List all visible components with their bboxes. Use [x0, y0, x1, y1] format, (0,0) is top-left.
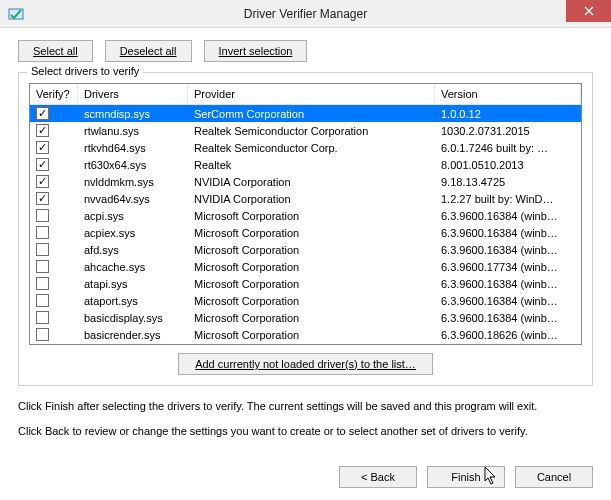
- table-row[interactable]: ✓nvvad64v.sysNVIDIA Corporation1.2.27 bu…: [30, 190, 581, 207]
- column-provider[interactable]: Provider: [188, 84, 435, 104]
- table-row[interactable]: ataport.sysMicrosoft Corporation6.3.9600…: [30, 292, 581, 309]
- table-row[interactable]: beep.sysMicrosoft Corporation6.3.9600.16…: [30, 343, 581, 344]
- titlebar[interactable]: Driver Verifier Manager: [0, 0, 611, 28]
- driver-cell: scmndisp.sys: [78, 108, 188, 120]
- verify-cell[interactable]: ✓: [30, 175, 78, 188]
- version-cell: 1.2.27 built by: WinD…: [435, 193, 581, 205]
- provider-cell: Microsoft Corporation: [188, 312, 435, 324]
- provider-cell: NVIDIA Corporation: [188, 176, 435, 188]
- app-icon: [8, 6, 24, 22]
- column-verify[interactable]: Verify?: [30, 84, 78, 104]
- provider-cell: NVIDIA Corporation: [188, 193, 435, 205]
- version-cell: 6.3.9600.18626 (winb…: [435, 329, 581, 341]
- listview-rows[interactable]: ✓scmndisp.sysSerComm Corporation1.0.0.12…: [30, 105, 581, 344]
- verify-checkbox[interactable]: ✓: [36, 192, 49, 205]
- driver-cell: rtwlanu.sys: [78, 125, 188, 137]
- verify-cell[interactable]: [30, 243, 78, 256]
- provider-cell: Microsoft Corporation: [188, 261, 435, 273]
- version-cell: 6.3.9600.16384 (winb…: [435, 227, 581, 239]
- verify-checkbox[interactable]: ✓: [36, 175, 49, 188]
- table-row[interactable]: basicrender.sysMicrosoft Corporation6.3.…: [30, 326, 581, 343]
- verify-cell[interactable]: ✓: [30, 158, 78, 171]
- version-cell: 6.3.9600.16384 (winb…: [435, 210, 581, 222]
- driver-cell: ataport.sys: [78, 295, 188, 307]
- verify-checkbox[interactable]: [36, 311, 49, 324]
- version-cell: 1.0.0.12: [435, 108, 581, 120]
- verify-cell[interactable]: ✓: [30, 107, 78, 120]
- provider-cell: Microsoft Corporation: [188, 329, 435, 341]
- drivers-listview[interactable]: Verify? Drivers Provider Version ✓scmndi…: [29, 83, 582, 345]
- verify-cell[interactable]: ✓: [30, 141, 78, 154]
- verify-cell[interactable]: [30, 328, 78, 341]
- deselect-all-button[interactable]: Deselect all: [105, 40, 192, 62]
- version-cell: 6.3.9600.17734 (winb…: [435, 261, 581, 273]
- verify-checkbox[interactable]: [36, 209, 49, 222]
- table-row[interactable]: acpi.sysMicrosoft Corporation6.3.9600.16…: [30, 207, 581, 224]
- provider-cell: Microsoft Corporation: [188, 244, 435, 256]
- provider-cell: Microsoft Corporation: [188, 278, 435, 290]
- window-title: Driver Verifier Manager: [0, 7, 611, 21]
- table-row[interactable]: basicdisplay.sysMicrosoft Corporation6.3…: [30, 309, 581, 326]
- cancel-button[interactable]: Cancel: [515, 466, 593, 488]
- version-cell: 8.001.0510.2013: [435, 159, 581, 171]
- verify-checkbox[interactable]: [36, 328, 49, 341]
- verify-checkbox[interactable]: [36, 260, 49, 273]
- back-button[interactable]: < Back: [339, 466, 417, 488]
- verify-cell[interactable]: ✓: [30, 124, 78, 137]
- verify-checkbox[interactable]: [36, 277, 49, 290]
- wizard-footer: < Back Finish Cancel: [339, 466, 593, 488]
- provider-cell: Realtek: [188, 159, 435, 171]
- listview-header[interactable]: Verify? Drivers Provider Version: [30, 84, 581, 105]
- version-cell: 6.3.9600.16384 (winb…: [435, 312, 581, 324]
- select-all-button[interactable]: Select all: [18, 40, 93, 62]
- driver-cell: nvlddmkm.sys: [78, 176, 188, 188]
- driver-cell: ahcache.sys: [78, 261, 188, 273]
- table-row[interactable]: atapi.sysMicrosoft Corporation6.3.9600.1…: [30, 275, 581, 292]
- table-row[interactable]: ✓rtkvhd64.sysRealtek Semiconductor Corp.…: [30, 139, 581, 156]
- toolbar: Select all Deselect all Invert selection: [18, 40, 593, 62]
- driver-cell: acpi.sys: [78, 210, 188, 222]
- groupbox-label: Select drivers to verify: [27, 65, 143, 77]
- verify-cell[interactable]: [30, 209, 78, 222]
- driver-cell: rtkvhd64.sys: [78, 142, 188, 154]
- finish-button[interactable]: Finish: [427, 466, 505, 488]
- version-cell: 6.3.9600.16384 (winb…: [435, 244, 581, 256]
- verify-checkbox[interactable]: [36, 243, 49, 256]
- close-button[interactable]: [566, 0, 611, 22]
- verify-cell[interactable]: ✓: [30, 192, 78, 205]
- verify-checkbox[interactable]: ✓: [36, 107, 49, 120]
- driver-cell: afd.sys: [78, 244, 188, 256]
- verify-cell[interactable]: [30, 260, 78, 273]
- verify-checkbox[interactable]: ✓: [36, 124, 49, 137]
- driver-cell: nvvad64v.sys: [78, 193, 188, 205]
- table-row[interactable]: afd.sysMicrosoft Corporation6.3.9600.163…: [30, 241, 581, 258]
- verify-cell[interactable]: [30, 311, 78, 324]
- verify-cell[interactable]: [30, 277, 78, 290]
- table-row[interactable]: ✓rt630x64.sysRealtek8.001.0510.2013: [30, 156, 581, 173]
- driver-cell: rt630x64.sys: [78, 159, 188, 171]
- verify-cell[interactable]: [30, 226, 78, 239]
- version-cell: 1030.2.0731.2015: [435, 125, 581, 137]
- table-row[interactable]: acpiex.sysMicrosoft Corporation6.3.9600.…: [30, 224, 581, 241]
- provider-cell: Microsoft Corporation: [188, 210, 435, 222]
- version-cell: 6.0.1.7246 built by: …: [435, 142, 581, 154]
- invert-selection-button[interactable]: Invert selection: [204, 40, 308, 62]
- add-drivers-button[interactable]: Add currently not loaded driver(s) to th…: [178, 353, 433, 375]
- driver-cell: acpiex.sys: [78, 227, 188, 239]
- table-row[interactable]: ✓nvlddmkm.sysNVIDIA Corporation9.18.13.4…: [30, 173, 581, 190]
- column-drivers[interactable]: Drivers: [78, 84, 188, 104]
- column-version[interactable]: Version: [435, 84, 581, 104]
- verify-checkbox[interactable]: [36, 226, 49, 239]
- verify-checkbox[interactable]: ✓: [36, 158, 49, 171]
- table-row[interactable]: ✓scmndisp.sysSerComm Corporation1.0.0.12: [30, 105, 581, 122]
- verify-checkbox[interactable]: [36, 294, 49, 307]
- provider-cell: Microsoft Corporation: [188, 227, 435, 239]
- driver-cell: basicrender.sys: [78, 329, 188, 341]
- verify-checkbox[interactable]: ✓: [36, 141, 49, 154]
- version-cell: 6.3.9600.16384 (winb…: [435, 295, 581, 307]
- driver-cell: atapi.sys: [78, 278, 188, 290]
- table-row[interactable]: ✓rtwlanu.sysRealtek Semiconductor Corpor…: [30, 122, 581, 139]
- table-row[interactable]: ahcache.sysMicrosoft Corporation6.3.9600…: [30, 258, 581, 275]
- hint-line-2: Click Back to review or change the setti…: [18, 423, 593, 440]
- verify-cell[interactable]: [30, 294, 78, 307]
